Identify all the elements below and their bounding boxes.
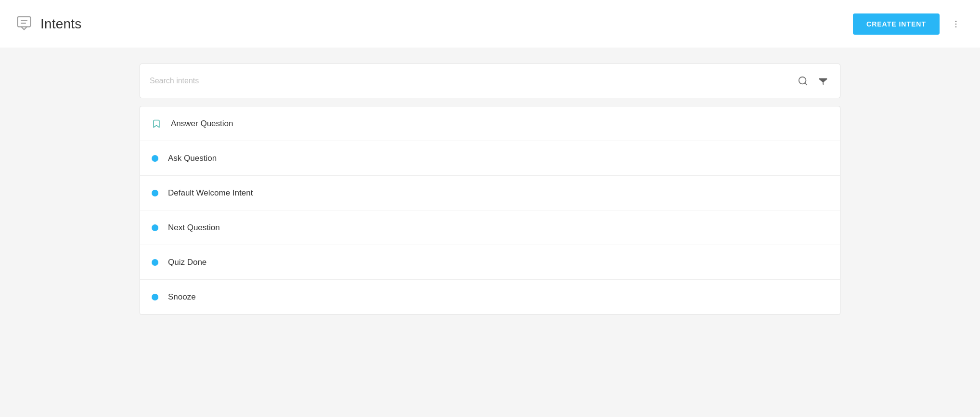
intent-name: Default Welcome Intent <box>168 188 253 198</box>
more-options-button[interactable] <box>947 15 965 33</box>
search-container <box>140 64 840 98</box>
page-title: Intents <box>40 16 81 32</box>
header-right: CREATE INTENT <box>853 13 965 35</box>
intent-name: Quiz Done <box>168 258 206 267</box>
bookmark-icon <box>152 118 161 129</box>
status-dot <box>152 294 158 300</box>
page-header: Intents CREATE INTENT <box>0 0 980 48</box>
intent-name: Snooze <box>168 292 196 302</box>
main-content: Answer Question Ask Question Default Wel… <box>124 48 856 330</box>
svg-rect-0 <box>18 16 31 26</box>
intent-name: Answer Question <box>171 119 233 129</box>
list-item[interactable]: Quiz Done <box>140 245 840 280</box>
list-item[interactable]: Snooze <box>140 280 840 314</box>
svg-point-3 <box>955 20 957 22</box>
status-dot <box>152 259 158 266</box>
svg-point-5 <box>955 26 957 27</box>
create-intent-button[interactable]: CREATE INTENT <box>853 13 940 35</box>
status-dot <box>152 155 158 162</box>
list-item[interactable]: Answer Question <box>140 106 840 141</box>
list-item[interactable]: Ask Question <box>140 141 840 176</box>
intents-icon <box>15 14 33 34</box>
intents-list: Answer Question Ask Question Default Wel… <box>140 106 840 315</box>
header-left: Intents <box>15 14 81 34</box>
search-button[interactable] <box>796 74 810 88</box>
search-actions <box>796 74 830 88</box>
list-item[interactable]: Next Question <box>140 210 840 245</box>
intent-name: Ask Question <box>168 154 217 163</box>
svg-line-7 <box>805 83 807 85</box>
list-item[interactable]: Default Welcome Intent <box>140 176 840 210</box>
search-input[interactable] <box>150 77 796 85</box>
status-dot <box>152 190 158 196</box>
status-dot <box>152 224 158 231</box>
intent-name: Next Question <box>168 223 220 233</box>
filter-button[interactable] <box>816 74 830 88</box>
svg-point-4 <box>955 23 957 25</box>
